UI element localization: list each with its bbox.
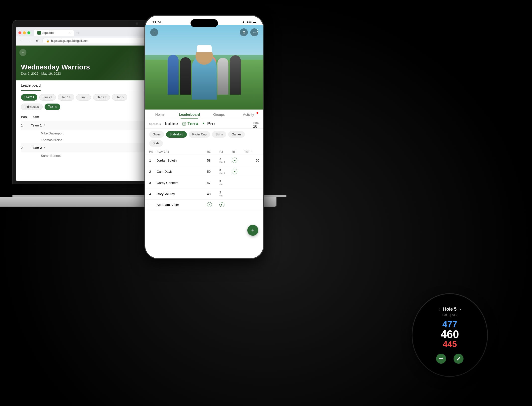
pill-ryder-cup[interactable]: Ryder Cup: [189, 131, 210, 138]
sponsor-boline: boline: [165, 121, 178, 126]
pill-games[interactable]: Games: [228, 131, 245, 138]
player2-r1: 50: [207, 170, 219, 174]
league-title-block: Wednesday Warriors Dec 6, 2022 - May 19,…: [21, 63, 90, 75]
col-po: PO: [149, 150, 157, 153]
player5-play-button2[interactable]: ▶: [219, 202, 224, 207]
player4-r1: 48: [207, 192, 219, 196]
phone-bezel: 11:51 ▲ ●●● ▬: [144, 15, 264, 259]
lock-icon: 🔒: [46, 39, 50, 43]
player5-play-button[interactable]: ▶: [207, 202, 212, 207]
svg-rect-3: [441, 357, 441, 358]
player2-r2: 3thru 1: [219, 169, 232, 174]
phone-nav-overlay: ‹ ⚙ ···: [145, 28, 263, 36]
pill-skins[interactable]: Skins: [212, 131, 226, 138]
new-tab-button[interactable]: +: [75, 29, 82, 36]
filter-pill-dec5[interactable]: Dec 5: [112, 94, 127, 101]
browser-tab[interactable]: Squabbit ×: [34, 30, 74, 36]
tab-home[interactable]: Home: [145, 110, 175, 119]
tab-groups[interactable]: Groups: [204, 110, 234, 119]
traffic-lights: [18, 31, 30, 34]
sponsors-bar: Sponsors boline Terra Pro: [145, 119, 263, 129]
hero-overlay: [145, 25, 263, 110]
table-row: 4 Rory McIlroy 48 2thru: [145, 188, 263, 200]
svg-rect-1: [439, 358, 443, 359]
player1-tot: 60: [244, 159, 259, 162]
minimize-traffic-light[interactable]: [23, 31, 26, 34]
col-tot: TOT ≡: [244, 150, 259, 153]
player1-pos: 1: [149, 159, 157, 162]
forward-button[interactable]: →: [26, 38, 32, 44]
svg-rect-4: [442, 357, 443, 358]
filter-pill-jan14[interactable]: Jan 14: [58, 94, 74, 101]
hole-prev-button[interactable]: ‹: [439, 307, 440, 312]
tab-activity[interactable]: Activity: [234, 110, 264, 119]
wifi-icon: ▲: [242, 20, 245, 24]
phone-lb-header: PO PLAYERS R1 R2 R3 TOT ≡: [145, 149, 263, 155]
league-name: Wednesday Warriors: [21, 63, 90, 71]
back-button[interactable]: ←: [18, 38, 24, 44]
col-r3: R3: [232, 150, 244, 153]
filter-pill-jan8[interactable]: Jan 8: [76, 94, 91, 101]
col-pos: Pos: [21, 115, 31, 119]
table-row: 1 Jordan Spieth 58 2thru 1 ▶ 60: [145, 155, 263, 166]
laptop-camera: [136, 22, 138, 25]
phone-hero-image: ‹ ⚙ ··· ⋮: [145, 25, 263, 110]
svg-rect-2: [440, 357, 440, 358]
filter-pill-dec23[interactable]: Dec 23: [93, 94, 110, 101]
player4-pos: 4: [149, 192, 157, 196]
maximize-traffic-light[interactable]: [27, 31, 30, 34]
player1-r1: 58: [207, 159, 219, 162]
hole-navigation: ‹ Hole 5 ›: [439, 307, 461, 312]
table-row: 2 Cam Davis 50 3thru 1 ▶: [145, 166, 263, 177]
player3-name: Corey Conners: [157, 181, 207, 185]
signal-icon: ●●●: [246, 20, 252, 24]
phone-tab-bar: Home Leaderboard Groups Activity: [145, 110, 263, 119]
close-traffic-light[interactable]: [18, 31, 21, 34]
leaderboard-tab[interactable]: Leaderboard: [21, 80, 41, 91]
player5-pos: -: [149, 203, 157, 207]
filter-pill-individuals[interactable]: Individuals: [21, 104, 43, 110]
app-back-button[interactable]: ←: [19, 49, 26, 56]
measure-button[interactable]: [436, 354, 446, 364]
tab-leaderboard[interactable]: Leaderboard: [175, 110, 204, 119]
player4-name: Rory McIlroy: [157, 192, 207, 196]
sponsors-section: Sponsors boline Terra Pro: [145, 119, 263, 129]
player3-r2: 3thru: [219, 180, 232, 186]
stats-pill[interactable]: Stats: [149, 140, 163, 147]
phone-time: 11:51: [152, 20, 162, 24]
filter-pill-overall[interactable]: Overall: [21, 94, 37, 101]
player2-name: Cam Davis: [157, 170, 207, 174]
add-score-button[interactable]: +: [247, 225, 258, 236]
table-row: 3 Corey Conners 47 3thru: [145, 177, 263, 188]
tab-label: Squabbit: [42, 31, 54, 35]
league-dates: Dec 6, 2022 - May 19, 2023: [21, 72, 90, 75]
battery-icon: ▬: [253, 20, 256, 24]
phone-device: 11:51 ▲ ●●● ▬: [144, 15, 274, 269]
edit-score-button[interactable]: [454, 354, 464, 364]
team2-pos: 2: [21, 146, 31, 150]
pill-stableford[interactable]: Stableford: [166, 131, 187, 138]
url-text: https://app.squabbitgolf.com: [51, 39, 88, 43]
dynamic-island: [191, 19, 218, 27]
sponsor-pro: Pro: [202, 121, 215, 126]
phone-screen: 11:51 ▲ ●●● ▬: [145, 16, 263, 258]
player1-r2: 2thru 1: [219, 157, 232, 163]
player3-r1: 47: [207, 181, 219, 185]
hole-next-button[interactable]: ›: [460, 307, 461, 312]
player4-r2: 2thru: [219, 191, 232, 197]
filter-pill-jan21[interactable]: Jan 21: [39, 94, 56, 101]
sponsors-label: Sponsors: [149, 122, 161, 125]
player2-play-button[interactable]: ▶: [232, 169, 237, 174]
player1-name: Jordan Spieth: [157, 159, 207, 162]
refresh-button[interactable]: ↺: [34, 38, 40, 44]
tab-close-button[interactable]: ×: [69, 31, 70, 34]
player1-play-button[interactable]: ▶: [232, 158, 237, 163]
distance-red: 445: [443, 340, 457, 348]
filter-pill-teams[interactable]: Teams: [45, 104, 60, 110]
sponsor-terra: Terra: [182, 121, 198, 126]
phone-back-button[interactable]: ‹: [150, 28, 158, 36]
more-vert-button[interactable]: ⋮: [255, 28, 260, 34]
settings-button[interactable]: ⚙: [240, 28, 248, 36]
pill-gross[interactable]: Gross: [149, 131, 164, 138]
hole-label: Hole 5: [443, 307, 457, 312]
